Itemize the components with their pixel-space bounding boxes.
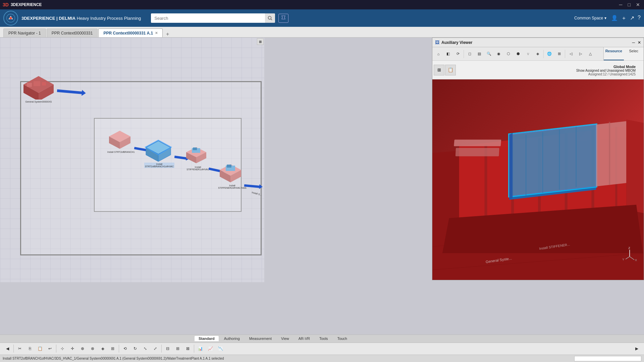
- tab-touch[interactable]: Touch: [333, 336, 351, 341]
- toolbar-cube-btn[interactable]: ◻: [465, 49, 474, 59]
- resource-tab[interactable]: Resource: [604, 47, 624, 60]
- help-icon[interactable]: ?: [638, 15, 641, 22]
- chart2-btn[interactable]: 📈: [206, 344, 215, 353]
- toolbar-home-btn[interactable]: ⌂: [434, 49, 443, 59]
- tab-add-button[interactable]: +: [163, 31, 172, 37]
- tab-close-icon[interactable]: ✕: [155, 31, 158, 35]
- toolbar-chart-btn[interactable]: ▤: [475, 49, 484, 59]
- search-bar: [151, 13, 275, 23]
- tab-label: PPR Context00000331 A.1: [103, 31, 153, 36]
- mode-info-bar: ⊞ 📋 Global Mode Show Assigned and Unassi…: [432, 61, 644, 79]
- pattern-btn[interactable]: ⊞: [173, 344, 182, 353]
- undo-btn[interactable]: ↩: [45, 344, 55, 353]
- cut-btn[interactable]: ✂: [15, 344, 24, 353]
- toolbar-grid-btn[interactable]: ⊞: [554, 49, 564, 59]
- mfg-btn[interactable]: ⊞: [108, 344, 117, 353]
- expand-viewport-button[interactable]: ⊞: [257, 38, 264, 45]
- search-input[interactable]: [151, 13, 265, 23]
- scale-btn[interactable]: ⤡: [141, 344, 150, 353]
- user-icon[interactable]: 👤: [611, 15, 618, 22]
- titlebar: 3D 3DEXPERIENCE ─ □ ✕: [0, 0, 644, 9]
- tab-view[interactable]: View: [277, 336, 293, 341]
- add-icon[interactable]: ＋: [621, 15, 627, 22]
- chart1-btn[interactable]: 📊: [196, 344, 205, 353]
- arrowhead-5: [259, 184, 263, 189]
- tab-measurement[interactable]: Measurement: [245, 336, 276, 341]
- rotate-btn[interactable]: ↻: [130, 344, 140, 353]
- select-tab[interactable]: Selec: [624, 47, 644, 60]
- delmia-logo-icon: [6, 13, 15, 23]
- process-3d-blue-selected: [144, 138, 173, 162]
- scroll-left-btn[interactable]: ◀: [3, 344, 12, 353]
- toolbar-top-view-btn[interactable]: △: [586, 49, 595, 59]
- toolbar-iso-btn[interactable]: ⬢: [514, 49, 523, 59]
- aux-viewer-toolbar: ⌂ ◧ ⟳ ◻ ▤ 🔍 ◉ ⬡ ⬢ ⑂ ◈ 🌐 ⊞ ◁ ▷ △: [432, 47, 644, 61]
- status-search-input[interactable]: [574, 356, 641, 361]
- toolbar-orbit-btn[interactable]: ⟳: [453, 49, 463, 59]
- left-viewport[interactable]: General System00000XS Install STRT2ofBRA…: [0, 38, 264, 282]
- paste-btn[interactable]: 📋: [35, 344, 45, 353]
- arrange-btn[interactable]: ⊠: [183, 344, 193, 353]
- tab-tools[interactable]: Tools: [315, 336, 332, 341]
- minimize-button[interactable]: ─: [618, 2, 624, 7]
- tab-standard[interactable]: Standard: [195, 336, 219, 341]
- resource-tree-btn[interactable]: 📋: [445, 65, 456, 75]
- aux-viewer-icon: 🖼: [435, 40, 439, 45]
- share-icon[interactable]: ↗: [630, 15, 634, 22]
- svg-marker-45: [509, 133, 513, 199]
- bookmark-button[interactable]: [278, 14, 288, 23]
- toolbar-3d-btn[interactable]: ◧: [443, 49, 453, 59]
- transform-btn[interactable]: ⟲: [120, 344, 130, 353]
- toolbar-search-btn[interactable]: 🔍: [484, 49, 494, 59]
- tab-label: PPR Navigator - 1: [8, 31, 41, 36]
- process-box-3[interactable]: Install STIFFENER2ofHVAC folds: [218, 162, 247, 189]
- toolbar-view-btn[interactable]: ◈: [533, 49, 542, 59]
- maximize-button[interactable]: □: [627, 2, 632, 7]
- 3d-model-view[interactable]: Z X Y General Syste... Install STIFFENER…: [432, 79, 644, 280]
- toolbar-tree-btn[interactable]: ⑂: [523, 49, 533, 59]
- common-space-button[interactable]: Common Space ▾: [574, 16, 606, 20]
- main-area: General System00000XS Install STRT2ofBRA…: [0, 38, 644, 362]
- aux-viewer-close[interactable]: ✕: [638, 40, 641, 45]
- toolbar-3dbox-btn[interactable]: ⬡: [504, 49, 513, 59]
- select-btn[interactable]: ⊹: [58, 344, 67, 353]
- header-icons: 👤 ＋ ↗ ?: [611, 15, 641, 22]
- svg-rect-26: [227, 165, 231, 168]
- tools-sep-4: [161, 345, 162, 353]
- constraint-btn[interactable]: ⊗: [88, 344, 97, 353]
- process-box-2[interactable]: Install STIFFENER1ofHVAC: [184, 145, 211, 171]
- bottom-toolbar: Standard Authoring Measurement View AR-V…: [0, 335, 644, 355]
- tab-authoring[interactable]: Authoring: [220, 336, 244, 341]
- snap-btn[interactable]: ⊕: [78, 344, 87, 353]
- header-right: Common Space ▾ 👤 ＋ ↗ ?: [574, 15, 641, 22]
- toolbar-globe-btn[interactable]: 🌐: [545, 49, 554, 59]
- toolbar-sphere-btn[interactable]: ◉: [494, 49, 503, 59]
- align-btn[interactable]: ⊟: [163, 344, 172, 353]
- chart3-btn[interactable]: 📉: [216, 344, 225, 353]
- product-name: Heavy Industry Process Planning: [77, 16, 141, 21]
- resource-assign-btn[interactable]: ⊞: [434, 65, 444, 75]
- toolbar-right-view-btn[interactable]: ▷: [576, 49, 585, 59]
- move-btn[interactable]: ✛: [68, 344, 77, 353]
- app-logo: [3, 11, 18, 25]
- search-button[interactable]: [265, 13, 275, 23]
- tab-ppr-context-active[interactable]: PPR Context00000331 A.1 ✕: [98, 28, 163, 37]
- svg-rect-9: [42, 82, 46, 85]
- process-box-selected[interactable]: Install STRT2ofBRANCH1ofHVAC: [144, 138, 174, 168]
- copy-btn[interactable]: ⎘: [25, 344, 35, 353]
- tab-ppr-navigator[interactable]: PPR Navigator - 1: [3, 28, 46, 37]
- process-3d-pink-2: [184, 145, 208, 165]
- tab-ppr-context[interactable]: PPR Context00000331: [47, 28, 98, 37]
- titlebar-controls: ─ □ ✕: [618, 2, 641, 7]
- tab-arvr[interactable]: AR-VR: [294, 336, 314, 341]
- close-button[interactable]: ✕: [635, 2, 641, 7]
- tools-sep-1: [13, 345, 14, 353]
- process-label-selected: Install STRT2ofBRANCH1ofHVAC: [144, 163, 174, 168]
- mirror-btn[interactable]: ⤢: [151, 344, 160, 353]
- process-label-3: Install STIFFENER2ofHVAC folds: [218, 184, 247, 189]
- feature-btn[interactable]: ◈: [98, 344, 107, 353]
- process-box-1[interactable]: Install STRT2ofBRANCH1: [107, 128, 135, 153]
- toolbar-left-view-btn[interactable]: ◁: [566, 49, 576, 59]
- aux-viewer-minimize[interactable]: ─: [632, 40, 635, 45]
- scroll-right-btn[interactable]: ▶: [632, 344, 641, 353]
